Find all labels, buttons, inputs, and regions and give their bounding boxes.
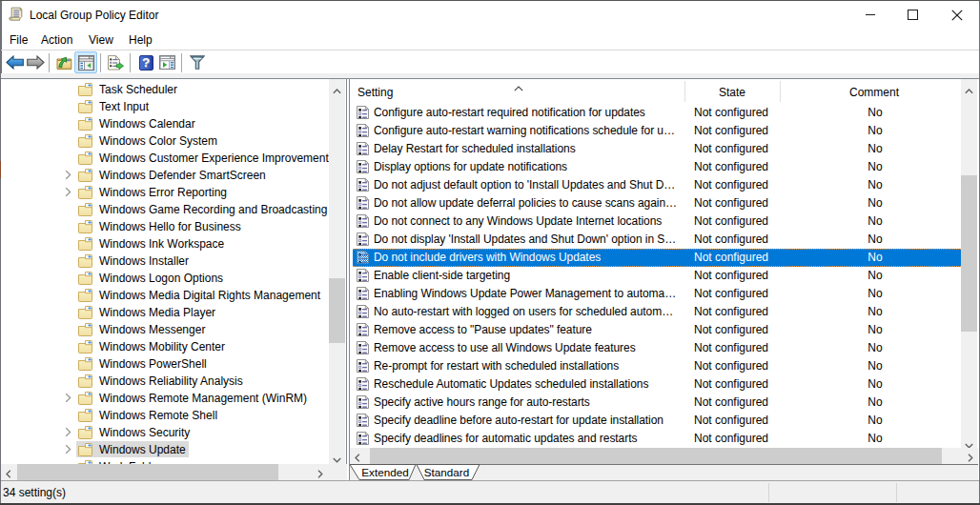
svg-text:Standard: Standard <box>424 466 469 478</box>
svg-text:?: ? <box>142 55 150 70</box>
svg-text:Extended: Extended <box>361 466 408 478</box>
